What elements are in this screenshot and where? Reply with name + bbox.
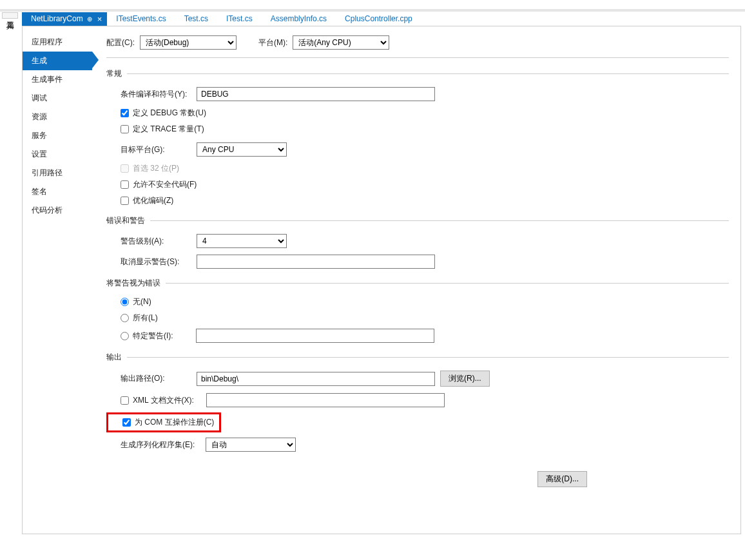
com-register-label: 为 COM 互操作注册(C)	[135, 417, 214, 428]
define-trace-label: 定义 TRACE 常量(T)	[133, 124, 204, 135]
browse-button[interactable]: 浏览(R)...	[440, 371, 490, 387]
treat-specific-input[interactable]	[196, 329, 434, 343]
sidebar-item-signing[interactable]: 签名	[23, 182, 92, 201]
define-trace-checkbox[interactable]	[121, 125, 129, 133]
target-platform-label: 目标平台(G):	[121, 144, 191, 155]
config-label: 配置(C):	[106, 37, 135, 48]
tab-itest[interactable]: ITest.cs	[217, 12, 262, 25]
sidebar-item-code-analysis[interactable]: 代码分析	[23, 201, 92, 220]
sidebar-item-settings[interactable]: 设置	[23, 145, 92, 164]
treat-all-radio[interactable]	[121, 314, 129, 322]
property-sidebar: 应用程序 生成 生成事件 调试 资源 服务 设置 引用路径 签名 代码分析	[23, 26, 92, 534]
warn-level-label: 警告级别(A):	[121, 236, 191, 247]
xml-doc-input[interactable]	[206, 393, 445, 407]
cond-symbols-label: 条件编译和符号(Y):	[121, 89, 191, 100]
sidebar-item-services[interactable]: 服务	[23, 126, 92, 145]
section-output-label: 输出	[106, 352, 122, 363]
com-register-checkbox[interactable]	[122, 418, 131, 427]
optimize-label: 优化编码(Z)	[133, 195, 173, 206]
serialization-label: 生成序列化程序集(E):	[121, 439, 200, 450]
target-platform-select[interactable]: Any CPU	[197, 142, 287, 157]
pin-icon[interactable]: ⊕	[87, 15, 92, 23]
content-area: 配置(C): 活动(Debug) 平台(M): 活动(Any CPU) 常规 条…	[92, 26, 740, 534]
xml-doc-label: XML 文档文件(X):	[133, 395, 202, 406]
xml-doc-checkbox[interactable]	[121, 396, 129, 405]
sidebar-item-build[interactable]: 生成	[23, 52, 92, 70]
main-panel: 应用程序 生成 生成事件 调试 资源 服务 设置 引用路径 签名 代码分析 配置…	[22, 26, 741, 534]
warn-level-select[interactable]: 4	[197, 234, 287, 248]
define-debug-checkbox[interactable]	[121, 109, 129, 117]
editor-tabs: NetLibraryCom ⊕ × ITestEvents.cs Test.cs…	[22, 12, 421, 26]
treat-specific-label: 特定警告(I):	[133, 331, 192, 342]
platform-label: 平台(M):	[258, 37, 287, 48]
section-errors-label: 错误和警告	[106, 215, 145, 226]
define-debug-label: 定义 DEBUG 常数(U)	[133, 108, 206, 119]
tab-test[interactable]: Test.cs	[175, 12, 217, 25]
section-treat-label: 将警告视为错误	[106, 278, 160, 289]
allow-unsafe-label: 允许不安全代码(F)	[133, 179, 197, 190]
sidebar-item-build-events[interactable]: 生成事件	[23, 70, 92, 89]
serialization-select[interactable]: 自动	[206, 438, 296, 452]
section-output: 输出	[106, 352, 729, 363]
sidebar-item-app[interactable]: 应用程序	[23, 33, 92, 52]
tab-label: NetLibraryCom	[31, 14, 83, 23]
output-path-input[interactable]	[197, 372, 435, 386]
treat-none-label: 无(N)	[133, 296, 151, 307]
tab-cpluscontroller[interactable]: CplusController.cpp	[336, 12, 421, 25]
sidebar-item-refpaths[interactable]: 引用路径	[23, 164, 92, 182]
advanced-button[interactable]: 高级(D)...	[537, 471, 587, 487]
tab-itestevents[interactable]: ITestEvents.cs	[107, 12, 175, 25]
allow-unsafe-checkbox[interactable]	[121, 180, 129, 189]
suppress-warn-label: 取消显示警告(S):	[121, 256, 191, 267]
section-general-label: 常规	[106, 68, 122, 79]
tab-netlibrarycom[interactable]: NetLibraryCom ⊕ ×	[22, 12, 107, 26]
prefer-32bit-checkbox	[121, 164, 129, 173]
close-icon[interactable]: ×	[96, 14, 104, 24]
com-register-highlight: 为 COM 互操作注册(C)	[106, 412, 221, 432]
treat-all-label: 所有(L)	[133, 313, 158, 323]
config-select[interactable]: 活动(Debug)	[140, 35, 237, 50]
suppress-warn-input[interactable]	[197, 255, 435, 269]
sidebar-item-resources[interactable]: 资源	[23, 108, 92, 126]
divider	[106, 57, 729, 58]
optimize-checkbox[interactable]	[121, 197, 129, 205]
output-path-label: 输出路径(O):	[121, 373, 191, 384]
section-errors: 错误和警告	[106, 215, 729, 226]
toolbox-tab[interactable]: 工具箱	[2, 12, 18, 19]
section-general: 常规	[106, 68, 729, 79]
cond-symbols-input[interactable]	[197, 87, 435, 101]
platform-select[interactable]: 活动(Any CPU)	[293, 35, 389, 50]
treat-specific-radio[interactable]	[121, 332, 129, 340]
treat-none-radio[interactable]	[121, 298, 129, 306]
tab-assemblyinfo[interactable]: AssemblyInfo.cs	[262, 12, 336, 25]
prefer-32bit-label: 首选 32 位(P)	[133, 163, 179, 174]
sidebar-item-debug[interactable]: 调试	[23, 89, 92, 108]
section-treat-as-err: 将警告视为错误	[106, 278, 729, 289]
